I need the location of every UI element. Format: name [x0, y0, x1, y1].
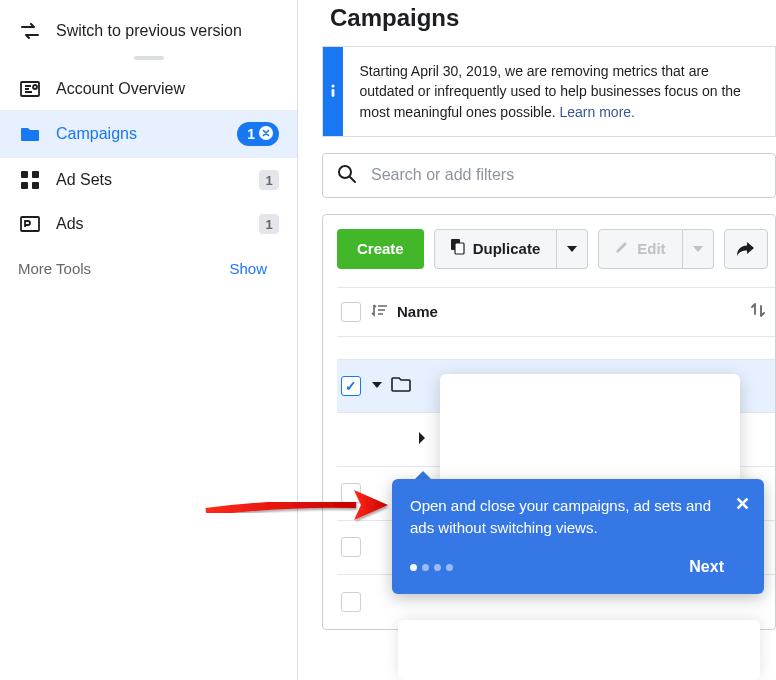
tip-body: Open and close your campaigns, ad sets a…	[410, 495, 724, 539]
edit-group: Edit	[598, 229, 713, 269]
popover	[440, 374, 740, 483]
duplicate-button[interactable]: Duplicate	[434, 229, 558, 269]
pencil-icon	[615, 240, 629, 257]
sidebar-item-label: Account Overview	[56, 80, 279, 98]
folder-icon	[18, 126, 42, 142]
adsets-count: 1	[259, 170, 279, 190]
info-banner: Starting April 30, 2019, we are removing…	[322, 46, 776, 137]
close-icon[interactable]: ✕	[735, 491, 750, 517]
copy-icon	[451, 239, 465, 258]
toolbar: Create Duplicate Edit	[337, 229, 775, 269]
share-icon	[737, 241, 755, 257]
row-checkbox[interactable]	[341, 483, 361, 503]
next-button[interactable]: Next	[689, 555, 724, 578]
folder-icon	[391, 376, 411, 395]
onboarding-tip: ✕ Open and close your campaigns, ad sets…	[392, 479, 764, 594]
edit-button[interactable]: Edit	[598, 229, 682, 269]
sidebar-item-overview[interactable]: Account Overview	[0, 68, 297, 110]
sidebar-item-label: Ads	[56, 215, 259, 233]
search-icon	[337, 164, 357, 187]
row-checkbox[interactable]	[341, 537, 361, 557]
search-bar[interactable]	[322, 153, 776, 198]
svg-rect-5	[21, 182, 28, 189]
ads-count: 1	[259, 214, 279, 234]
search-input[interactable]	[371, 166, 761, 184]
svg-rect-12	[455, 243, 464, 254]
sort-icon[interactable]	[371, 302, 387, 321]
tooltip-caret	[415, 471, 431, 479]
name-column-header[interactable]: Name	[397, 303, 751, 320]
row-checkbox[interactable]	[341, 376, 361, 396]
svg-rect-3	[21, 171, 28, 178]
divider	[134, 56, 164, 60]
svg-point-10	[339, 166, 351, 178]
info-icon	[323, 47, 343, 136]
sidebar-item-ads[interactable]: Ads 1	[0, 202, 297, 246]
chevron-right-icon[interactable]	[417, 431, 427, 448]
chevron-down-icon	[567, 246, 577, 252]
svg-rect-4	[32, 171, 39, 178]
clear-icon[interactable]	[259, 126, 273, 143]
share-button[interactable]	[724, 229, 768, 269]
info-body: Starting April 30, 2019, we are removing…	[343, 47, 775, 136]
table-header: Name	[337, 287, 775, 337]
svg-point-1	[33, 85, 37, 89]
sidebar-item-label: Ad Sets	[56, 171, 259, 189]
row-checkbox[interactable]	[341, 592, 361, 612]
sidebar-item-adsets[interactable]: Ad Sets 1	[0, 158, 297, 202]
more-tools-label: More Tools	[18, 260, 91, 277]
sidebar-item-campaigns[interactable]: Campaigns 1	[0, 110, 297, 158]
chevron-down-icon	[693, 246, 703, 252]
more-tools-row: More Tools Show	[0, 246, 297, 291]
count-value: 1	[247, 126, 255, 142]
select-all-checkbox[interactable]	[341, 302, 361, 322]
switch-version-label: Switch to previous version	[56, 22, 279, 40]
page-title: Campaigns	[298, 0, 776, 46]
svg-point-8	[332, 85, 335, 88]
learn-more-link[interactable]: Learn more.	[559, 104, 634, 120]
svg-rect-9	[332, 89, 335, 97]
create-button[interactable]: Create	[337, 229, 424, 269]
adsets-icon	[18, 171, 42, 189]
campaigns-count-pill[interactable]: 1	[237, 122, 279, 146]
duplicate-label: Duplicate	[473, 240, 541, 257]
duplicate-dropdown[interactable]	[557, 229, 588, 269]
sort-arrows-icon[interactable]	[751, 302, 775, 321]
sidebar-item-label: Campaigns	[56, 125, 237, 143]
info-text: Starting April 30, 2019, we are removing…	[359, 63, 740, 120]
edit-label: Edit	[637, 240, 665, 257]
popover	[398, 620, 760, 680]
ad-icon	[18, 216, 42, 232]
duplicate-group: Duplicate	[434, 229, 589, 269]
chevron-down-icon[interactable]	[371, 378, 383, 394]
show-tools-link[interactable]: Show	[229, 260, 267, 277]
edit-dropdown[interactable]	[683, 229, 714, 269]
switch-version[interactable]: Switch to previous version	[0, 10, 297, 52]
overview-icon	[18, 81, 42, 97]
switch-icon	[18, 23, 42, 39]
step-dots	[410, 555, 458, 577]
sidebar: Switch to previous version Account Overv…	[0, 0, 298, 680]
svg-rect-6	[32, 182, 39, 189]
